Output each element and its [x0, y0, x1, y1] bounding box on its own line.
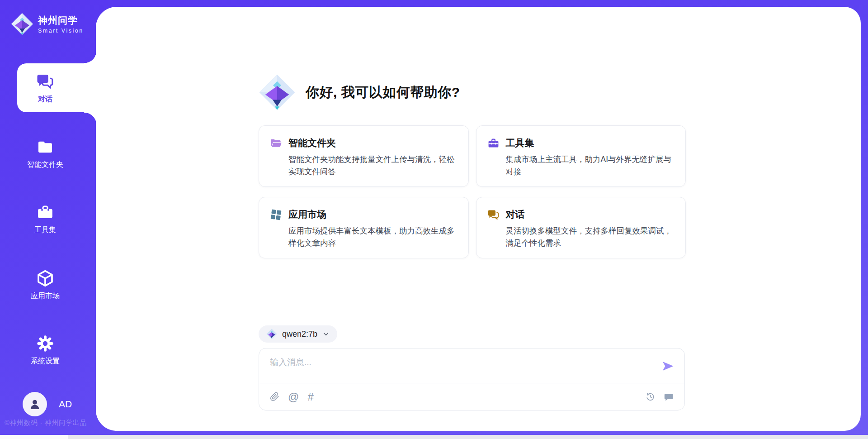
chevron-down-icon [322, 330, 330, 338]
person-icon [28, 397, 42, 411]
composer-toolbar: @ # [270, 383, 674, 410]
sidebar: 神州问学 Smart Vision 对话 智能文件夹 工具集 [0, 0, 96, 439]
brand-logo: 神州问学 Smart Vision [11, 13, 84, 35]
copyright-footer: ©神州数码 · 神州问学出品 [0, 419, 104, 427]
card-title: 应用市场 [288, 208, 326, 221]
bottom-scrollbar-strip [0, 435, 868, 439]
sidebar-item-label: 工具集 [34, 225, 56, 235]
avatar [23, 392, 47, 416]
assistant-logo-icon [259, 74, 296, 111]
message-composer: @ # [259, 348, 685, 410]
mention-button[interactable]: @ [288, 391, 299, 402]
model-logo-icon [266, 329, 277, 339]
sidebar-item-label: 智能文件夹 [27, 160, 63, 170]
card-description: 集成市场上主流工具，助力AI与外界无缝扩展与对接 [506, 153, 675, 177]
history-icon [645, 392, 655, 402]
card-smart-folder[interactable]: 智能文件夹 智能文件夹功能支持批量文件上传与清洗，轻松实现文件问答 [259, 125, 469, 187]
sidebar-item-label: 应用市场 [31, 291, 60, 301]
brand-name: 神州问学 [38, 14, 84, 27]
composer-tools-left: @ # [270, 391, 314, 402]
send-icon [661, 359, 675, 373]
briefcase-icon [36, 203, 54, 221]
chat-icon [36, 72, 54, 91]
sidebar-item-settings[interactable]: 系统设置 [0, 328, 90, 373]
card-chat[interactable]: 对话 灵活切换多模型文件，支持多样回复效果调试，满足个性化需求 [476, 197, 686, 258]
sidebar-item-app-market[interactable]: 应用市场 [0, 262, 90, 308]
card-description: 智能文件夹功能支持批量文件上传与清洗，轻松实现文件问答 [288, 153, 458, 177]
card-description: 灵活切换多模型文件，支持多样回复效果调试，满足个性化需求 [506, 225, 675, 249]
card-title: 对话 [506, 208, 525, 221]
message-input[interactable] [270, 357, 641, 378]
folder-open-icon [270, 137, 282, 149]
hashtag-button[interactable]: # [307, 391, 313, 402]
card-description: 应用市场提供丰富长文本模板，助力高效生成多样化文章内容 [288, 225, 458, 249]
card-title: 智能文件夹 [288, 137, 336, 149]
attach-file-button[interactable] [270, 392, 279, 401]
card-toolset[interactable]: 工具集 集成市场上主流工具，助力AI与外界无缝扩展与对接 [476, 125, 686, 187]
briefcase-icon [487, 137, 500, 149]
cube-icon [36, 269, 54, 287]
sidebar-item-label: 对话 [38, 95, 52, 104]
hash-icon: # [307, 391, 313, 402]
greeting: 你好, 我可以如何帮助你? [259, 74, 460, 111]
model-selector[interactable]: qwen2:7b [259, 325, 337, 343]
folder-icon [36, 138, 54, 156]
paperclip-icon [270, 392, 279, 401]
at-icon: @ [288, 391, 299, 402]
bottom-strip-segment [0, 435, 68, 439]
composer-tools-right [645, 392, 674, 402]
sidebar-item-toolset[interactable]: 工具集 [0, 196, 90, 242]
user-name: AD [59, 399, 72, 410]
sidebar-item-smart-folder[interactable]: 智能文件夹 [0, 131, 90, 177]
grid-icon [270, 209, 282, 221]
active-tab-flare-top [84, 51, 97, 63]
model-name: qwen2:7b [282, 329, 317, 339]
brand-subtitle: Smart Vision [38, 28, 84, 34]
conversation-button[interactable] [664, 392, 674, 402]
card-app-market[interactable]: 应用市场 应用市场提供丰富长文本模板，助力高效生成多样化文章内容 [259, 197, 469, 258]
user-account[interactable]: AD [23, 392, 72, 416]
active-tab-flare-bottom [84, 112, 97, 125]
history-button[interactable] [645, 392, 655, 402]
chat-icon [487, 209, 500, 221]
chat-bubble-icon [664, 392, 674, 402]
card-title: 工具集 [506, 137, 534, 149]
sidebar-item-label: 系统设置 [31, 357, 60, 366]
gear-icon [36, 334, 54, 353]
send-button[interactable] [661, 359, 675, 373]
sidebar-item-chat[interactable]: 对话 [0, 66, 90, 111]
greeting-text: 你好, 我可以如何帮助你? [306, 83, 460, 102]
feature-cards: 智能文件夹 智能文件夹功能支持批量文件上传与清洗，轻松实现文件问答 工具集 集成… [259, 125, 686, 258]
brand-diamond-icon [11, 13, 33, 35]
